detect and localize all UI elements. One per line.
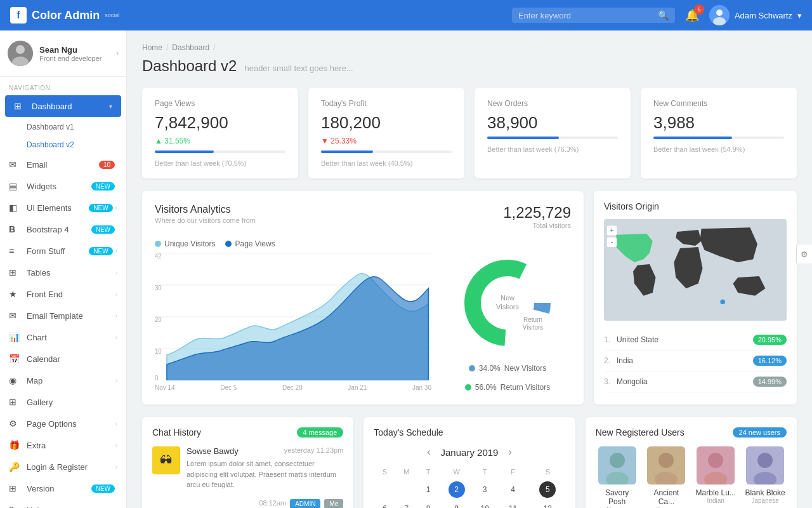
origin-list: 1. United State 20.95% 2. India 16.12% 3… <box>604 330 787 392</box>
cal-day[interactable]: 1 <box>417 478 439 501</box>
sidebar-item-email-template-label: Email Template <box>27 311 115 321</box>
users-grid: Savory Posh Algerian Ancient Ca... <box>596 446 787 508</box>
sidebar-item-version-label: Version <box>27 484 91 493</box>
origin-item-3: 3. Mongolia 14.99% <box>604 371 787 392</box>
origin-item-2: 2. India 16.12% <box>604 351 787 371</box>
sidebar-item-dashboard[interactable]: ⊞ Dashboard ▾ <box>5 95 121 117</box>
analytics-card: Visitors Analytics Where do our visitors… <box>142 191 584 404</box>
search-icon: 🔍 <box>658 10 669 20</box>
calendar-prev[interactable]: ‹ <box>427 446 430 458</box>
chat-item-1: 🕶 Sowse Bawdy yesterday 11:23pm Lorem ip… <box>152 446 343 490</box>
search-input[interactable] <box>518 11 658 20</box>
sidebar-subitem-dashboard-v2[interactable]: Dashboard v2 <box>0 136 126 154</box>
stat-card-title: Today's Profit <box>321 99 452 108</box>
cal-day[interactable]: 11 <box>495 501 530 508</box>
cal-day[interactable]: 5 <box>530 478 565 501</box>
sidebar-item-tables[interactable]: ⊞ Tables › <box>0 262 126 283</box>
gear-settings-button[interactable]: ⚙ <box>796 244 812 265</box>
sidebar-item-front-end-label: Front End <box>27 290 115 299</box>
notifications-bell[interactable]: 🔔 5 <box>685 8 699 22</box>
stat-card-page-views: Page Views 7,842,900 ▲ 31.55% Better tha… <box>142 88 298 178</box>
email-template-arrow: › <box>115 312 117 319</box>
cal-day[interactable]: 3 <box>474 478 495 501</box>
sidebar-item-map[interactable]: ◉ Map › <box>0 370 126 391</box>
cal-day[interactable] <box>374 478 395 501</box>
sidebar-item-chart[interactable]: 📊 Chart › <box>0 326 126 348</box>
widgets-icon: ▤ <box>9 181 20 191</box>
cal-day[interactable]: 4 <box>495 478 530 501</box>
user-item-3[interactable]: Marble Lu... Indian <box>694 446 737 508</box>
stat-card-orders: New Orders 38,900 Better than last week … <box>475 88 631 178</box>
sidebar-item-login-register-label: Login & Register <box>27 462 115 472</box>
cal-header-m: M <box>396 465 417 478</box>
user-photo-3 <box>697 446 735 485</box>
new-users-card: New Registered Users 24 new users Savory… <box>586 417 797 508</box>
sidebar-subitem-dashboard-v1[interactable]: Dashboard v1 <box>0 118 126 136</box>
return-visitors-stat: 56.0% Return Visitors <box>465 383 551 392</box>
page-subtitle: header small text goes here... <box>244 64 353 73</box>
sidebar-item-gallery[interactable]: ⊞ Gallery <box>0 391 126 413</box>
front-end-arrow: › <box>115 291 117 298</box>
profile-expand-arrow[interactable]: › <box>116 49 119 58</box>
svg-point-1 <box>716 10 723 16</box>
sidebar-item-page-options[interactable]: ⚙ Page Options › <box>0 413 126 434</box>
email-template-icon: ✉ <box>9 311 20 321</box>
sidebar-item-widgets[interactable]: ▤ Widgets NEW <box>0 175 126 197</box>
ui-elements-icon: ◧ <box>9 203 20 213</box>
sidebar-item-email-template[interactable]: ✉ Email Template › <box>0 305 126 326</box>
sidebar-item-version[interactable]: ⊞ Version NEW <box>0 478 126 499</box>
sidebar-item-form-stuff[interactable]: ≡ Form Stuff NEW › <box>0 240 126 262</box>
cal-day[interactable]: 2 <box>439 478 474 501</box>
search-bar[interactable]: 🔍 <box>512 8 675 23</box>
cal-day[interactable]: 9 <box>439 501 474 508</box>
cal-day[interactable]: 8 <box>417 501 439 508</box>
breadcrumb-dashboard[interactable]: Dashboard <box>172 43 209 52</box>
cal-day[interactable] <box>396 478 417 501</box>
legend-page-views: Page Views <box>225 239 275 248</box>
svg-text:30: 30 <box>155 284 162 291</box>
chat-time-footer: 08:12am <box>259 499 286 509</box>
new-visitors-label: New Visitors <box>504 364 546 373</box>
cal-header-s: S <box>374 465 395 478</box>
sidebar-item-map-label: Map <box>27 376 115 385</box>
cal-day[interactable]: 10 <box>474 501 495 508</box>
origin-name-1: United State <box>617 335 753 344</box>
brand-logo[interactable]: f Color Admin social <box>10 7 119 23</box>
chart-icon: 📊 <box>9 332 20 342</box>
user-item-2[interactable]: Ancient Ca... Korean <box>645 446 688 508</box>
sidebar-item-extra[interactable]: 🎁 Extra › <box>0 434 126 456</box>
user-nationality-4: Japanese <box>743 497 787 504</box>
sidebar-profile[interactable]: Sean Ngu Front end developer › <box>0 30 126 77</box>
user-item-4[interactable]: Blank Bloke Japanese <box>743 446 787 508</box>
world-map: + - <box>604 219 787 321</box>
sidebar-item-login-register[interactable]: 🔑 Login & Register › <box>0 456 126 478</box>
breadcrumb: Home / Dashboard / <box>142 43 797 52</box>
main-content: Home / Dashboard / Dashboard v2 header s… <box>127 30 812 508</box>
stat-card-note: Better than last week (40.5%) <box>321 159 452 167</box>
ui-arrow: › <box>115 204 117 211</box>
visitors-origin-card: Visitors Origin <box>594 191 797 404</box>
user-menu[interactable]: Adam Schwartz ▾ <box>709 5 802 25</box>
legend-pageviews-label: Page Views <box>235 239 275 248</box>
sidebar-item-calendar-label: Calendar <box>27 354 117 364</box>
extra-icon: 🎁 <box>9 440 20 450</box>
map-arrow: › <box>115 377 117 384</box>
sidebar-item-bootstrap4[interactable]: B Bootstrap 4 NEW <box>0 218 126 240</box>
sidebar-item-email[interactable]: ✉ Email 10 <box>0 154 126 175</box>
cal-day[interactable]: 12 <box>530 501 565 508</box>
breadcrumb-home[interactable]: Home <box>142 43 162 52</box>
profile-role: Front end developer <box>39 55 110 62</box>
cal-day[interactable]: 6 <box>374 501 395 508</box>
x-label-5: Jan 30 <box>412 384 431 391</box>
svg-text:42: 42 <box>155 253 162 260</box>
sidebar-item-front-end[interactable]: ★ Front End › <box>0 283 126 305</box>
chart-arrow: › <box>115 334 117 341</box>
sidebar-item-helper[interactable]: ? Helper › <box>0 499 126 508</box>
calendar-next[interactable]: › <box>508 446 511 458</box>
schedule-header: Today's Schedule <box>374 427 565 438</box>
profile-name: Sean Ngu <box>39 45 110 55</box>
sidebar-item-calendar[interactable]: 📅 Calendar <box>0 348 126 370</box>
user-item-1[interactable]: Savory Posh Algerian <box>596 446 639 508</box>
cal-day[interactable]: 7 <box>396 501 417 508</box>
sidebar-item-ui-elements[interactable]: ◧ UI Elements NEW › <box>0 197 126 218</box>
